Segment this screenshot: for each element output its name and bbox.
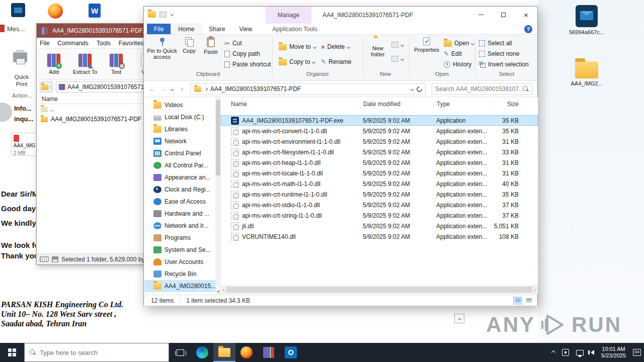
scrollbar-thumb[interactable]: [226, 287, 532, 293]
copy-button[interactable]: Copy: [179, 36, 199, 70]
nav-item[interactable]: Clock and Regi...: [144, 184, 215, 196]
thumbnails-view-button[interactable]: [524, 297, 533, 305]
file-row[interactable]: api-ms-win-crt-locale-l1-1-0.dll 5/9/202…: [221, 168, 538, 178]
file-row[interactable]: api-ms-win-crt-math-l1-1-0.dll 5/9/2025 …: [221, 178, 538, 189]
file-row[interactable]: api-ms-win-crt-environment-l1-1-0.dll 5/…: [221, 136, 538, 147]
start-button[interactable]: [0, 343, 24, 362]
tab-application-tools[interactable]: Application Tools: [265, 24, 325, 34]
minimize-button[interactable]: [469, 7, 492, 23]
easy-access-button[interactable]: [391, 54, 404, 64]
taskbar-file-explorer[interactable]: [213, 343, 235, 362]
file-row[interactable]: api-ms-win-crt-string-l1-1-0.dll 5/9/202…: [221, 210, 538, 221]
recent-locations-button[interactable]: [169, 84, 175, 94]
new-item-button[interactable]: [391, 40, 404, 50]
taskbar-outlook[interactable]: O: [280, 343, 302, 362]
taskbar-edge[interactable]: [191, 343, 213, 362]
nav-item[interactable]: Ease of Access: [144, 196, 215, 208]
column-header-date-modified[interactable]: Date modified: [360, 101, 433, 108]
nav-item[interactable]: System and Se...: [144, 244, 215, 256]
up-one-level-button[interactable]: ↑: [40, 81, 53, 93]
column-header-size[interactable]: Size: [490, 101, 519, 108]
close-button[interactable]: ×: [515, 7, 537, 23]
nav-scroll-down-arrow[interactable]: [215, 287, 221, 294]
menu-item[interactable]: Commands: [57, 40, 88, 47]
address-dropdown-icon[interactable]: [411, 87, 414, 90]
address-bar[interactable]: AA4_IMG280015391076571-PDF: [190, 83, 426, 95]
quick-print-button[interactable]: Quick Print: [9, 73, 34, 87]
file-row[interactable]: api-ms-win-crt-filesystem-l1-1-0.dll 5/9…: [221, 147, 538, 157]
file-row[interactable]: jli.dll 5/9/2025 9:02 AM Application ext…: [221, 221, 538, 231]
edit-button[interactable]: ✎ Edit: [444, 49, 462, 59]
window-icon[interactable]: [159, 12, 167, 18]
copy-to-button[interactable]: Copy to: [279, 57, 315, 67]
tab-home[interactable]: Home: [171, 24, 202, 34]
tab-file[interactable]: File: [147, 24, 171, 34]
delete-button[interactable]: × Delete: [321, 42, 350, 52]
nav-scrollbar-thumb[interactable]: [216, 100, 220, 175]
menu-item[interactable]: Favorites: [119, 40, 143, 47]
scroll-down-button[interactable]: [454, 314, 464, 323]
taskbar-firefox[interactable]: [235, 343, 258, 362]
attachment-chip[interactable]: AA4_IMG 2 MB: [11, 133, 37, 156]
nav-item[interactable]: User Accounts: [144, 256, 215, 268]
task-view-button[interactable]: [169, 343, 191, 362]
tab-view[interactable]: View: [232, 24, 259, 34]
details-view-button[interactable]: [513, 297, 522, 305]
tab-share[interactable]: Share: [202, 24, 232, 34]
select-none-button[interactable]: Select none: [479, 49, 519, 59]
forward-button[interactable]: →: [158, 84, 168, 94]
back-button[interactable]: ←: [147, 84, 157, 94]
nav-item[interactable]: Appearance an...: [144, 171, 215, 184]
nav-item[interactable]: Recycle Bin: [144, 268, 215, 280]
tray-clock[interactable]: 10:01 AM 5/23/2025: [601, 346, 626, 359]
taskbar-search-input[interactable]: [40, 349, 164, 356]
nav-item[interactable]: Libraries: [144, 123, 215, 135]
nav-scrollbar[interactable]: [215, 97, 221, 295]
search-box[interactable]: Search AA4_IMG28001539107...: [432, 83, 532, 95]
nav-item[interactable]: Network: [144, 135, 215, 147]
column-header-type[interactable]: Type: [433, 101, 490, 108]
paste-button[interactable]: Paste: [200, 36, 221, 70]
maximize-button[interactable]: [492, 7, 515, 23]
nav-item[interactable]: Network and Ir...: [144, 220, 215, 232]
taskbar-winrar[interactable]: [258, 343, 280, 362]
open-button[interactable]: Open: [444, 38, 474, 48]
nav-item[interactable]: AA4_IMG280015...: [144, 280, 215, 292]
toolbar-button[interactable]: Test: [102, 50, 130, 79]
scroll-left-arrow[interactable]: ‹: [223, 287, 224, 293]
help-button[interactable]: ?: [524, 25, 532, 33]
column-header-name[interactable]: Name: [231, 101, 360, 108]
refresh-icon[interactable]: [416, 85, 424, 93]
file-row[interactable]: api-ms-win-crt-heap-l1-1-0.dll 5/9/2025 …: [221, 157, 538, 168]
nav-item[interactable]: Control Panel: [144, 147, 215, 159]
up-button[interactable]: ↑: [177, 84, 187, 94]
outlook-message-tab[interactable]: Mes...: [7, 25, 34, 33]
history-button[interactable]: History: [444, 59, 471, 69]
rename-button[interactable]: ✎ Rename: [321, 57, 351, 67]
nav-item[interactable]: All Control Par...: [144, 159, 215, 171]
move-to-button[interactable]: Move to: [279, 42, 316, 52]
desktop-icon-folder[interactable]: AA4_IMG2...: [562, 59, 611, 86]
nav-item[interactable]: Hardware and ...: [144, 208, 215, 220]
file-row[interactable]: VCRUNTIME140.dll 5/9/2025 9:02 AM Applic…: [221, 231, 538, 242]
manage-contextual-tab[interactable]: Manage: [266, 7, 311, 24]
select-all-button[interactable]: Select all: [479, 38, 512, 48]
scroll-right-arrow[interactable]: ›: [534, 287, 536, 293]
toolbar-button[interactable]: Add: [40, 50, 68, 79]
nav-item[interactable]: Local Disk (C:): [144, 111, 215, 123]
file-row[interactable]: api-ms-win-crt-runtime-l1-1-0.dll 5/9/20…: [221, 189, 538, 200]
network-icon[interactable]: [576, 350, 584, 355]
toolbar-button[interactable]: Extract To: [71, 50, 99, 79]
tray-app-icon[interactable]: [562, 349, 569, 356]
paste-shortcut-button[interactable]: Paste shortcut: [224, 59, 271, 69]
horizontal-scrollbar[interactable]: ‹ ›: [221, 285, 538, 294]
menu-item[interactable]: Tools: [97, 40, 111, 47]
desktop-icon-msg[interactable]: 56994a667c...: [562, 5, 611, 35]
menu-item[interactable]: File: [40, 40, 49, 47]
show-hidden-icons-chevron[interactable]: [551, 350, 555, 354]
nav-item[interactable]: Programs: [144, 232, 215, 244]
action-center-icon[interactable]: [633, 349, 641, 356]
new-folder-button[interactable]: New folder: [365, 36, 390, 70]
nav-item[interactable]: Videos: [144, 99, 215, 111]
speaker-icon[interactable]: [591, 350, 594, 355]
